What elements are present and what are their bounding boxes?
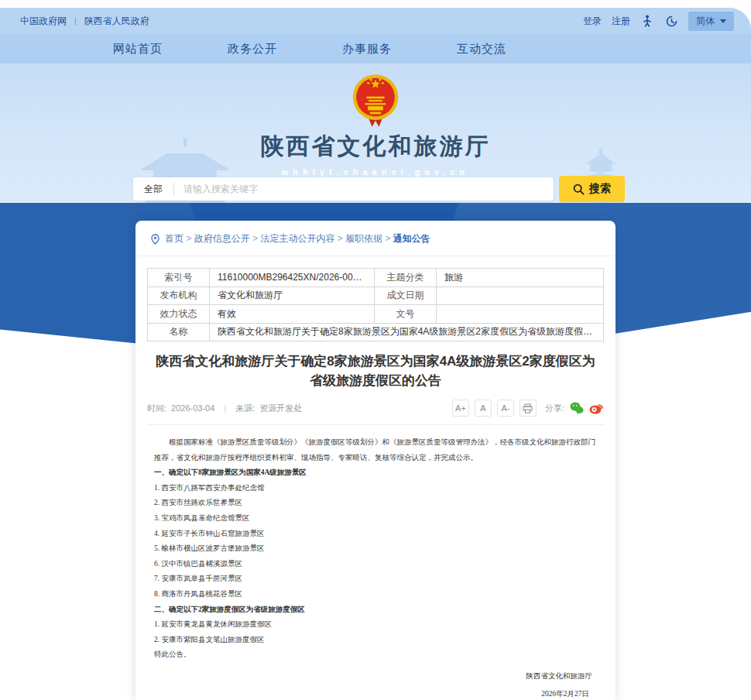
signature-unit: 陕西省文化和旅游厅: [135, 667, 616, 685]
signature-block: 陕西省文化和旅游厅 2026年2月27日: [135, 667, 616, 700]
doc-field-value: [437, 287, 604, 305]
location-pin-icon: [151, 234, 159, 245]
weibo-share-icon[interactable]: [589, 402, 604, 414]
article-item: 1. 延安市黄龙县黄龙休闲旅游度假区: [154, 617, 597, 633]
article-item: 6. 汉中市镇巴县楮溪源景区: [154, 557, 597, 572]
article-meta-left: 时间: 2026-03-04 | 来源: 资源开发处: [147, 403, 302, 414]
article-item: 4. 延安市子长市钟山石窟旅游景区: [154, 527, 597, 542]
search-input-group: 全部: [133, 177, 554, 201]
breadcrumb-item[interactable]: 政府信息公开: [194, 233, 261, 244]
accessibility-icon[interactable]: [640, 14, 654, 28]
language-label: 简体: [696, 15, 715, 28]
doc-field-label: 发布机构: [148, 287, 210, 305]
doc-field-value: 省文化和旅游厅: [210, 287, 375, 305]
doc-table-row: 名称陕西省文化和旅游厅关于确定8家旅游景区为国家4A级旅游景区2家度假区为省级旅…: [148, 323, 604, 341]
article-meta: 时间: 2026-03-04 | 来源: 资源开发处 A+ A A- 分享:: [147, 400, 604, 425]
signature-date: 2026年2月27日: [135, 685, 616, 700]
doc-field-label: 名称: [148, 323, 210, 341]
doc-table-row: 索引号11610000MB296425XN/2026-00026主题分类旅游: [148, 269, 604, 287]
source-label: 来源:: [235, 403, 255, 414]
search-bar: 全部 搜索: [0, 176, 751, 204]
site-banner: 陕西省文化和旅游厅 whhlyt.shaanxi.gov.cn 全部 搜索: [0, 63, 751, 203]
source-value: 资源开发处: [259, 403, 302, 414]
divider: |: [224, 403, 226, 413]
article-item: 5. 榆林市横山区波罗古堡旅游景区: [154, 541, 597, 557]
article-para: 根据国家标准《旅游景区质量等级划分》《旅游度假区等级划分》和《旅游景区质量等级管…: [154, 435, 597, 465]
time-label: 时间:: [147, 403, 166, 414]
font-decrease-button[interactable]: A-: [497, 400, 514, 417]
article-item: 2. 西安市丝路欢乐世界景区: [154, 496, 597, 511]
share-label: 分享:: [545, 403, 564, 414]
shaanxi-gov-link[interactable]: 陕西省人民政府: [84, 15, 149, 28]
breadcrumb-item[interactable]: 法定主动公开内容: [260, 233, 345, 244]
wechat-share-icon[interactable]: [570, 402, 584, 414]
register-link[interactable]: 注册: [612, 15, 630, 28]
article-item: 2. 安康市紫阳县文笔山旅游度假区: [154, 633, 597, 648]
article-item: 8. 商洛市丹凤县桃花谷景区: [154, 587, 597, 602]
login-link[interactable]: 登录: [583, 15, 602, 28]
top-utility-bar: 中国政府网 | 陕西省人民政府 登录 注册 简体: [0, 8, 751, 34]
article-body: 根据国家标准《旅游景区质量等级划分》《旅游度假区等级划分》和《旅游景区质量等级管…: [154, 435, 597, 663]
doc-field-label: 文号: [375, 305, 437, 324]
account-tools: 登录 注册 简体: [583, 12, 734, 31]
article-item: 7. 安康市岚皋县千层河景区: [154, 571, 597, 587]
site-title: 陕西省文化和旅游厅: [261, 131, 491, 163]
publish-time: 2026-03-04: [171, 403, 214, 413]
search-icon: [573, 184, 585, 195]
article-item: 3. 宝鸡市凤县革命纪念馆景区: [154, 511, 597, 527]
gov-cn-link[interactable]: 中国政府网: [20, 15, 67, 28]
breadcrumb: 首页政府信息公开法定主动公开内容履职依据通知公告: [135, 221, 616, 256]
language-select[interactable]: 简体: [688, 12, 734, 31]
search-input[interactable]: [174, 184, 554, 194]
main-nav: 网站首页 政务公开 办事服务 互动交流: [0, 34, 751, 63]
font-normal-button[interactable]: A: [475, 400, 492, 417]
browser-page: 中国政府网 | 陕西省人民政府 登录 注册 简体 网站首页 政务公开 办事服务 …: [0, 8, 751, 700]
article-tools: A+ A A- 分享:: [452, 400, 604, 417]
doc-field-value: 旅游: [437, 269, 604, 287]
doc-field-label: 成文日期: [375, 287, 437, 305]
breadcrumb-item[interactable]: 首页: [165, 233, 194, 244]
doc-field-value: 有效: [210, 305, 375, 324]
breadcrumb-item[interactable]: 履职依据: [345, 233, 393, 244]
doc-field-label: 主题分类: [375, 269, 437, 287]
breadcrumb-items: 首页政府信息公开法定主动公开内容履职依据通知公告: [165, 232, 430, 245]
content-card: 首页政府信息公开法定主动公开内容履职依据通知公告 索引号11610000MB29…: [135, 221, 616, 700]
doc-table-row: 发布机构省文化和旅游厅成文日期: [148, 287, 604, 305]
page: { "topbar": { "links": ["中国政府网", "陕西省人民政…: [0, 0, 751, 700]
nav-item-gov-open[interactable]: 政务公开: [228, 42, 277, 57]
doc-field-value: [437, 305, 604, 324]
chevron-down-icon: [720, 19, 726, 23]
font-increase-button[interactable]: A+: [452, 400, 469, 417]
divider: |: [74, 16, 77, 26]
elder-mode-icon[interactable]: [664, 14, 678, 28]
doc-field-label: 效力状态: [148, 305, 210, 324]
doc-field-value: 陕西省文化和旅游厅关于确定8家旅游景区为国家4A级旅游景区2家度假区为省级旅游度…: [210, 323, 604, 341]
article-heading: 二、确定以下2家旅游度假区为省级旅游度假区: [154, 602, 597, 618]
doc-field-value: 11610000MB296425XN/2026-00026: [210, 269, 375, 287]
nav-item-services[interactable]: 办事服务: [342, 42, 392, 57]
national-emblem: [351, 74, 400, 128]
nav-item-interaction[interactable]: 互动交流: [457, 42, 506, 57]
breadcrumb-item[interactable]: 通知公告: [393, 233, 430, 244]
doc-table-row: 效力状态有效文号: [148, 305, 604, 324]
document-info-table: 索引号11610000MB296425XN/2026-00026主题分类旅游发布…: [147, 268, 604, 341]
search-button[interactable]: 搜索: [559, 176, 625, 202]
doc-field-label: 索引号: [148, 269, 210, 287]
nav-item-home[interactable]: 网站首页: [113, 42, 163, 57]
print-button[interactable]: [520, 400, 537, 417]
article-title: 陕西省文化和旅游厅关于确定8家旅游景区为国家4A级旅游景区2家度假区为省级旅游度…: [156, 352, 595, 390]
search-button-label: 搜索: [589, 182, 611, 196]
article-plain: 特此公告。: [154, 647, 597, 663]
gov-links: 中国政府网 | 陕西省人民政府: [20, 15, 149, 28]
article-heading: 一、确定以下8家旅游景区为国家4A级旅游景区: [154, 465, 597, 481]
article-item: 1. 西安市八路军西安办事处纪念馆: [154, 481, 597, 496]
printer-icon: [523, 403, 533, 413]
search-scope-select[interactable]: 全部: [133, 183, 173, 196]
